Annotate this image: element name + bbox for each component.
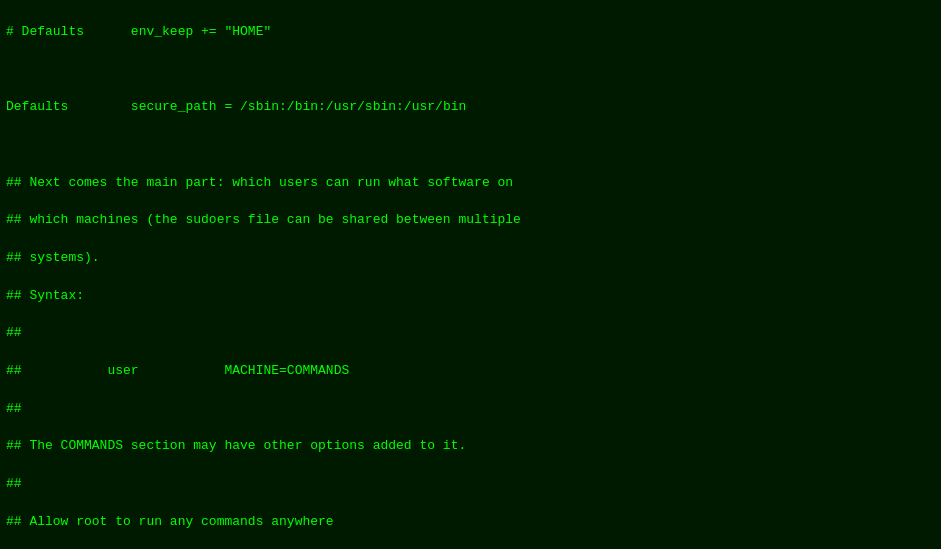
terminal-window: # Defaults env_keep += "HOME" Defaults s… bbox=[6, 4, 935, 549]
line-13: ## bbox=[6, 475, 935, 494]
terminal-content[interactable]: # Defaults env_keep += "HOME" Defaults s… bbox=[6, 4, 935, 549]
line-10: ## user MACHINE=COMMANDS bbox=[6, 362, 935, 381]
line-8: ## Syntax: bbox=[6, 287, 935, 306]
line-14: ## Allow root to run any commands anywhe… bbox=[6, 513, 935, 532]
line-4 bbox=[6, 136, 935, 155]
line-6: ## which machines (the sudoers file can … bbox=[6, 211, 935, 230]
line-3: Defaults secure_path = /sbin:/bin:/usr/s… bbox=[6, 98, 935, 117]
line-9: ## bbox=[6, 324, 935, 343]
line-11: ## bbox=[6, 400, 935, 419]
line-12: ## The COMMANDS section may have other o… bbox=[6, 437, 935, 456]
line-7: ## systems). bbox=[6, 249, 935, 268]
line-2 bbox=[6, 61, 935, 80]
line-1: # Defaults env_keep += "HOME" bbox=[6, 23, 935, 42]
line-5: ## Next comes the main part: which users… bbox=[6, 174, 935, 193]
